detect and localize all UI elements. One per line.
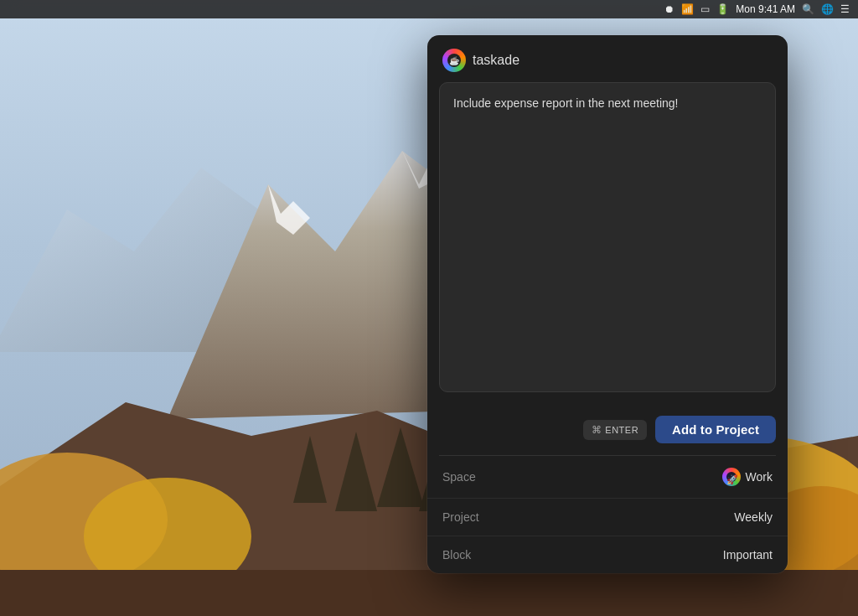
taskade-cup-icon: ☕ [449,56,459,65]
action-bar: ⌘ ENTER Add to Project [427,407,788,455]
taskade-logo-inner: ☕ [447,54,461,67]
enter-key-label: ENTER [605,425,638,435]
menubar-status-items: ⏺ 📶 ▭ 🔋 Mon 9:41 AM 🔍 🌐 ☰ [664,3,850,15]
battery-icon: 🔋 [716,3,729,15]
space-value: 🚀 Work [722,468,773,486]
task-input[interactable] [439,82,776,392]
app-title: taskade [473,53,519,68]
project-value: Weekly [734,510,773,524]
cmd-key-icon: ⌘ [592,424,602,436]
popup-header: ☕ taskade [427,35,788,82]
keyboard-shortcut: ⌘ ENTER [583,420,647,440]
notification-center-icon[interactable]: ☰ [840,3,850,15]
airplay-icon: ▭ [700,3,710,15]
rocket-icon: 🚀 [726,474,738,484]
block-value-text: Important [723,548,773,562]
taskade-logo: ☕ [442,49,466,72]
camera-indicator-icon: ⏺ [664,3,675,15]
space-label: Space [442,470,476,484]
project-field-row[interactable]: Project Weekly [427,499,788,536]
taskade-popup: ☕ taskade ⌘ ENTER Add to Project Space 🚀… [427,35,788,573]
search-icon[interactable]: 🔍 [802,3,814,15]
siri-icon[interactable]: 🌐 [821,3,834,15]
block-label: Block [442,548,471,562]
space-icon-inner: 🚀 [726,472,737,482]
textarea-container [439,82,776,396]
block-value: Important [723,548,773,562]
menubar: ⏺ 📶 ▭ 🔋 Mon 9:41 AM 🔍 🌐 ☰ [0,0,858,18]
wifi-icon: 📶 [681,3,694,15]
project-value-text: Weekly [734,510,773,524]
project-label: Project [442,510,479,524]
space-icon: 🚀 [722,468,741,486]
space-value-text: Work [746,470,773,484]
add-to-project-button[interactable]: Add to Project [655,416,776,443]
menubar-time: Mon 9:41 AM [736,3,795,15]
space-field-row[interactable]: Space 🚀 Work [427,456,788,499]
block-field-row[interactable]: Block Important [427,536,788,573]
